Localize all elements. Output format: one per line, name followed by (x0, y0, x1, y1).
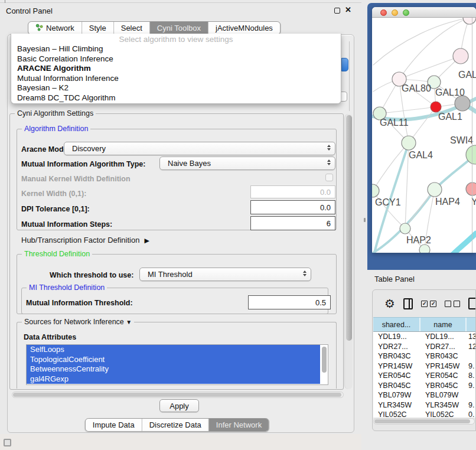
network-node[interactable] (419, 244, 430, 253)
table-row[interactable]: YBR045CYBR045C9. (373, 381, 476, 391)
network-edge[interactable] (399, 56, 461, 79)
tab-network[interactable]: Network (28, 22, 81, 34)
network-node[interactable] (455, 96, 470, 111)
column-header-extra[interactable] (467, 318, 476, 331)
list-scrollbar[interactable] (322, 347, 327, 373)
splitter-handle[interactable] (5, 0, 5, 3)
node-label: GAL11 (380, 118, 409, 128)
network-node-gal[interactable] (453, 48, 468, 64)
hub-definition-label: Hub/Transcription Factor Definition (21, 236, 139, 244)
tab-label: Cyni Toolbox (157, 24, 201, 32)
table-row[interactable]: YBL079WYBL079W (373, 390, 476, 400)
dpi-tolerance-field[interactable]: 0.0 (250, 200, 335, 214)
network-node-gal4[interactable] (402, 136, 416, 150)
scrollbar-thumb[interactable] (374, 419, 470, 423)
divider (0, 2, 361, 3)
tab-select[interactable]: Select (113, 22, 149, 34)
network-node[interactable] (463, 18, 476, 24)
table-row[interactable]: YLR345WYLR345W9. (373, 400, 476, 410)
network-edge[interactable] (373, 143, 409, 191)
apply-button[interactable]: Apply (159, 399, 199, 412)
scrollbar-thumb[interactable] (346, 115, 352, 341)
columns-icon[interactable] (403, 298, 413, 309)
control-panel-title: Control Panel (6, 6, 53, 15)
algorithm-option-aracne-algorithm[interactable]: ARACNE Algorithm (11, 64, 341, 74)
manual-kernel-checkbox[interactable] (325, 174, 333, 181)
which-threshold-select[interactable]: MI Threshold (139, 268, 311, 281)
stepper-icon (327, 159, 331, 165)
node-label: SWI4 (450, 135, 473, 145)
table-body: YDL19...YDL19...13YDR27...YDR27...12YBR0… (373, 332, 476, 418)
table-cell: YLR345W (373, 400, 420, 410)
table-row[interactable]: YPR145WYPR145W9. (373, 361, 476, 371)
gear-icon[interactable]: ⚙ (384, 298, 395, 309)
hide-columns-icon[interactable] (445, 301, 460, 307)
algorithm-option-bayesian-k2[interactable]: Bayesian – K2 (11, 83, 341, 93)
network-canvas[interactable]: GALGAL80GAL10GAL1GAL11SWI4GAL4GCY1HAP4YH… (372, 18, 476, 253)
close-icon[interactable]: ✕ (345, 5, 351, 14)
data-attributes-list[interactable]: SelfLoopsTopologicalCoefficientBetweenne… (26, 344, 328, 385)
network-window-titlebar[interactable] (372, 7, 476, 18)
show-columns-icon[interactable]: ✓✓ (421, 301, 436, 307)
tab-cyni-toolbox[interactable]: Cyni Toolbox (149, 22, 208, 34)
table-cell: YIL052C (373, 410, 420, 418)
combo-stepper-fragment[interactable] (341, 58, 348, 71)
network-node-y[interactable] (466, 182, 476, 195)
network-edge[interactable] (373, 191, 405, 229)
mi-steps-field[interactable]: 6 (250, 216, 335, 230)
tab-impute-data[interactable]: Impute Data (86, 419, 142, 431)
network-edge[interactable] (380, 107, 436, 113)
tab-label: jActiveMNodules (216, 24, 273, 32)
node-label: HAP4 (435, 197, 460, 207)
attribute-item-gal4rgexp[interactable]: gal4RGexp (27, 374, 320, 384)
network-node-gal1[interactable] (431, 102, 441, 112)
algorithm-option-bayesian-hill-climbing[interactable]: Bayesian – Hill Climbing (11, 44, 341, 54)
attribute-item-topologicalcoefficient[interactable]: TopologicalCoefficient (27, 355, 320, 365)
settings-vertical-scrollbar[interactable] (344, 114, 353, 389)
splitter-handle[interactable] (364, 218, 366, 222)
mi-threshold-field[interactable]: 0.5 (248, 295, 331, 309)
algorithm-option-mutual-information-inference[interactable]: Mutual Information Inference (11, 74, 341, 84)
kernel-width-field[interactable]: 0.0 (250, 185, 335, 198)
mi-threshold-title: MI Threshold Definition (27, 283, 107, 292)
table-row[interactable]: YBR043CYBR043C (373, 351, 476, 361)
groupbox-edge (349, 41, 350, 111)
column-header-name[interactable]: name (420, 318, 467, 331)
tab-jactivemnodules[interactable]: jActiveMNodules (208, 22, 280, 34)
table-cell (467, 390, 476, 400)
attribute-item-betweennesscentrality[interactable]: BetweennessCentrality (27, 364, 320, 374)
table-cell: YDR27... (420, 342, 467, 352)
tab-label: Style (89, 24, 106, 32)
tab-infer-network[interactable]: Infer Network (208, 419, 269, 431)
tab-style[interactable]: Style (81, 22, 113, 34)
zoom-button[interactable] (403, 9, 409, 16)
network-node-gcy1[interactable] (372, 184, 379, 197)
settings-horizontal-scrollbar[interactable] (12, 392, 344, 398)
network-node-hap2[interactable] (400, 223, 410, 234)
aracne-mode-select[interactable]: Discovery (64, 142, 335, 155)
table-row[interactable]: YDL19...YDL19...13 (373, 332, 476, 342)
unchecked-box-icon (454, 301, 460, 307)
algorithm-option-basic-correlation-inference[interactable]: Basic Correlation Inference (11, 54, 341, 64)
mi-steps-label: Mutual Information Steps: (21, 220, 112, 229)
minimize-button[interactable] (392, 9, 398, 16)
close-button[interactable] (380, 9, 387, 16)
network-node-hap4[interactable] (428, 182, 442, 197)
scrollbar-thumb[interactable] (13, 393, 341, 397)
algorithm-option-dream8-dc-tdc-algorithm[interactable]: Dream8 DC_TDC Algorithm (11, 93, 341, 103)
collapse-arrow-icon[interactable]: ▼ (126, 319, 132, 325)
table-row[interactable]: YER054CYER054C8. (373, 371, 476, 381)
table-row[interactable]: YDR27...YDR27...12 (373, 342, 476, 352)
table-horizontal-scrollbar[interactable] (373, 418, 475, 425)
attribute-item-selfloops[interactable]: SelfLoops (27, 345, 320, 355)
table-row[interactable]: YIL052CYIL052C0. (373, 410, 476, 418)
column-header-shared[interactable]: shared... (373, 318, 420, 331)
hub-definition-toggle[interactable]: Hub/Transcription Factor Definition▶ (21, 236, 149, 244)
export-table-icon[interactable] (468, 298, 476, 309)
stepper-icon (327, 145, 331, 151)
mi-type-select[interactable]: Naive Bayes (159, 156, 335, 170)
expand-arrow-icon[interactable]: ▶ (144, 237, 149, 244)
dock-panel-icon[interactable] (4, 439, 11, 446)
tab-discretize-data[interactable]: Discretize Data (142, 419, 208, 431)
float-window-icon[interactable] (334, 8, 340, 14)
